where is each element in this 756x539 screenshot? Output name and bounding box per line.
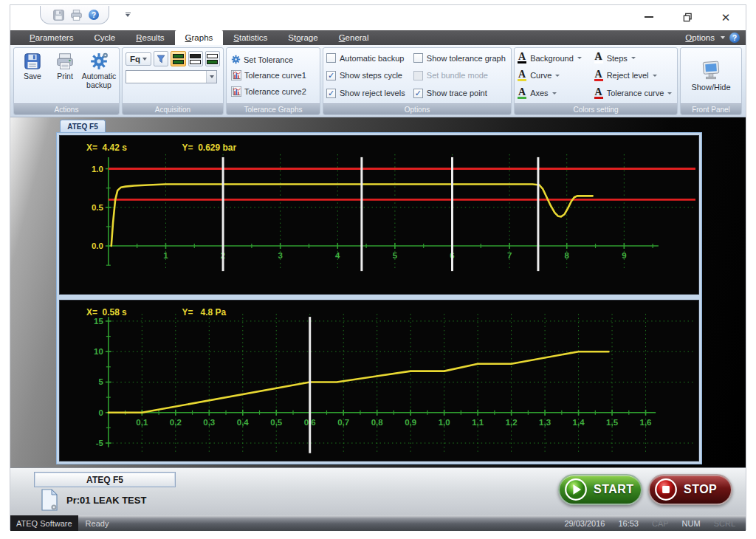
save-label: Save bbox=[24, 72, 41, 81]
save-icon bbox=[23, 52, 42, 71]
svg-text:8: 8 bbox=[565, 251, 569, 260]
actions-body: Save Print bbox=[14, 48, 119, 103]
checkbox-label: Automatic backup bbox=[340, 54, 404, 63]
workspace: ATEQ F5 1234567890.00.51.0X= 4.42 sY= 0.… bbox=[10, 117, 746, 467]
close-button[interactable]: ✕ bbox=[716, 10, 735, 24]
stop-label: STOP bbox=[684, 483, 717, 496]
quick-access-toolbar: ? bbox=[40, 6, 109, 24]
color-swatch-letter-icon: A bbox=[594, 52, 603, 63]
filter-button[interactable] bbox=[154, 51, 168, 66]
help-button[interactable]: ? bbox=[729, 32, 740, 43]
tab-general[interactable]: General bbox=[329, 30, 379, 45]
tolerance-body: Set Tolerance Tolerance curve1 bbox=[227, 48, 320, 103]
tab-cycle[interactable]: Cycle bbox=[83, 30, 126, 45]
num-lock-indicator: NUM bbox=[682, 519, 701, 528]
bottom-graph-bar-icon bbox=[173, 60, 184, 64]
tab-results[interactable]: Results bbox=[126, 30, 174, 45]
restore-button[interactable] bbox=[678, 10, 697, 24]
bottom-graph-bar-icon bbox=[207, 60, 218, 64]
minimize-icon bbox=[645, 16, 653, 18]
acquisition-body: Fq bbox=[123, 48, 223, 103]
customize-bar-icon bbox=[126, 13, 131, 14]
tolerance-curve1-label: Tolerance curve1 bbox=[244, 71, 306, 80]
unchecked-checkbox-icon bbox=[326, 53, 336, 63]
options-body: Automatic backup✓Show steps cycle✓Show r… bbox=[323, 48, 511, 103]
quick-print-button[interactable] bbox=[69, 8, 83, 21]
graph-panel: 1234567890.00.51.0X= 4.42 sY= 0.629 bar … bbox=[56, 132, 702, 464]
color-setting-label: Tolerance curve bbox=[607, 89, 664, 97]
program-document-icon[interactable] bbox=[40, 489, 59, 511]
tab-parameters[interactable]: Parameters bbox=[19, 30, 83, 45]
checkbox-show-steps-cycle[interactable]: ✓Show steps cycle bbox=[326, 71, 408, 80]
print-button[interactable]: Print bbox=[49, 49, 80, 102]
color-setting-axes[interactable]: AAxes bbox=[518, 88, 584, 99]
color-setting-reject-level[interactable]: AReject level bbox=[594, 70, 674, 81]
pressure-graph-box: 1234567890.00.51.0X= 4.42 sY= 0.629 bar bbox=[59, 135, 699, 295]
acquisition-combobox[interactable] bbox=[126, 70, 217, 83]
graph-panel-tab[interactable]: ATEQ F5 bbox=[60, 120, 106, 132]
checkbox-show-reject-levels[interactable]: ✓Show reject levels bbox=[326, 89, 408, 98]
start-label: START bbox=[594, 483, 634, 496]
tab-graphs[interactable]: Graphs bbox=[175, 30, 224, 45]
automatic-backup-button[interactable]: Automatic backup bbox=[82, 49, 116, 102]
quick-help-button[interactable]: ? bbox=[86, 8, 101, 21]
tab-storage[interactable]: Storage bbox=[278, 30, 328, 45]
leak-graph-svg: 0,10,20,30,40,50,60,70,80,91,01,11,21,31… bbox=[60, 301, 698, 461]
color-swatch-letter-icon: A bbox=[518, 70, 526, 81]
tab-statistics[interactable]: Statistics bbox=[223, 30, 278, 45]
checkbox-show-trace-point[interactable]: ✓Show trace point bbox=[413, 89, 508, 98]
colors-body: ABackgroundACurveAAxesAStepsAReject leve… bbox=[515, 48, 677, 103]
app-name-badge: ATEQ Software bbox=[10, 515, 78, 531]
layout-both-graphs-button[interactable] bbox=[171, 51, 185, 66]
svg-text:0,8: 0,8 bbox=[371, 418, 383, 427]
tolerance-curve2-button[interactable]: Tolerance curve2 bbox=[230, 86, 317, 97]
svg-text:0,4: 0,4 bbox=[237, 418, 250, 427]
monitor-icon bbox=[700, 60, 722, 80]
checkbox-show-tolerance-graph[interactable]: Show tolerance graph bbox=[413, 53, 508, 63]
tolerance-curve1-button[interactable]: Tolerance curve1 bbox=[230, 69, 317, 81]
menu-tabs: ParametersCycleResultsGraphsStatisticsSt… bbox=[19, 30, 379, 45]
program-label: Pr:01 LEAK TEST bbox=[66, 495, 146, 506]
top-graph-bar-icon bbox=[173, 54, 184, 58]
checkbox-label: Show tolerance graph bbox=[427, 54, 506, 63]
color-setting-steps[interactable]: ASteps bbox=[594, 52, 674, 63]
close-icon: ✕ bbox=[721, 12, 731, 23]
minimize-button[interactable] bbox=[639, 10, 659, 24]
layout-top-graph-button[interactable] bbox=[188, 51, 203, 66]
ribbon-group-colors-setting: ABackgroundACurveAAxesAStepsAReject leve… bbox=[514, 47, 678, 115]
color-setting-background[interactable]: ABackground bbox=[518, 52, 584, 63]
show-hide-button[interactable]: Show/Hide bbox=[687, 58, 735, 93]
options-menu[interactable]: Options bbox=[685, 33, 715, 42]
color-setting-curve[interactable]: ACurve bbox=[518, 70, 584, 81]
colors-caption: Colors setting bbox=[515, 103, 677, 114]
status-date: 29/03/2016 bbox=[564, 519, 605, 528]
coord-readout-y: Y= 0.629 bar bbox=[182, 143, 237, 153]
layout-bottom-graph-button[interactable] bbox=[205, 51, 220, 66]
checkbox-automatic-backup[interactable]: Automatic backup bbox=[326, 53, 408, 63]
svg-text:7: 7 bbox=[507, 251, 512, 260]
print-icon bbox=[55, 52, 75, 71]
stop-button[interactable]: STOP bbox=[648, 474, 732, 505]
svg-text:0.0: 0.0 bbox=[92, 241, 103, 250]
station-button[interactable]: ATEQ F5 bbox=[34, 472, 176, 487]
color-setting-label: Background bbox=[530, 54, 574, 63]
set-tolerance-button[interactable]: Set Tolerance bbox=[230, 54, 317, 65]
caps-lock-indicator: CAP bbox=[652, 519, 669, 528]
combobox-dropdown-button[interactable] bbox=[206, 71, 216, 83]
program-row: Pr:01 LEAK TEST bbox=[40, 489, 146, 511]
checkbox-set-bundle-mode: Set bundle mode bbox=[413, 71, 508, 80]
checked-checkbox-icon: ✓ bbox=[413, 89, 423, 98]
svg-text:1,6: 1,6 bbox=[640, 418, 652, 427]
set-tolerance-label: Set Tolerance bbox=[244, 55, 293, 64]
color-setting-tolerance-curve[interactable]: ATolerance curve bbox=[594, 88, 674, 99]
quick-save-button[interactable] bbox=[51, 8, 66, 21]
start-button[interactable]: START bbox=[558, 474, 642, 505]
save-button[interactable]: Save bbox=[17, 49, 48, 102]
fq-button[interactable]: Fq bbox=[126, 52, 151, 66]
coord-readout-x: X= 4.42 s bbox=[86, 143, 127, 153]
svg-text:4: 4 bbox=[335, 251, 340, 260]
svg-text:5: 5 bbox=[393, 251, 398, 260]
quick-access-customize-button[interactable] bbox=[123, 10, 133, 20]
chevron-down-icon bbox=[142, 58, 147, 61]
svg-text:1,3: 1,3 bbox=[539, 418, 551, 427]
